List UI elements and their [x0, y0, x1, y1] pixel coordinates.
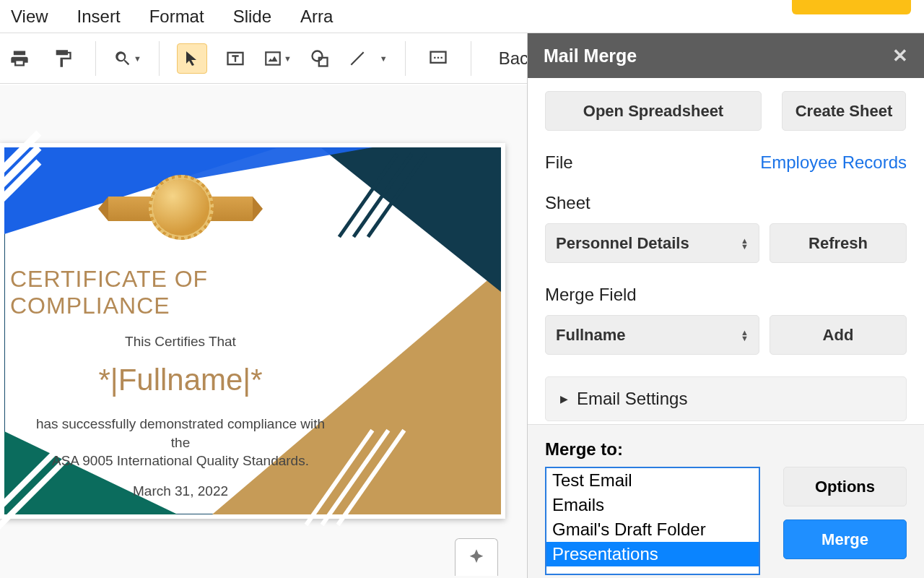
slide-canvas[interactable]: CERTIFICATE OF COMPLIANCE This Certifies… — [0, 85, 527, 578]
open-spreadsheet-button[interactable]: Open Spreadsheet — [545, 91, 762, 131]
paint-format-icon[interactable] — [48, 43, 78, 74]
decor-lines — [318, 165, 419, 251]
add-field-button[interactable]: Add — [770, 315, 907, 355]
menu-slide[interactable]: Slide — [233, 7, 271, 27]
image-tool-dropdown[interactable]: ▼ — [263, 49, 292, 68]
panel-header: Mail Merge ✕ — [528, 33, 924, 78]
list-item[interactable]: Test Email — [546, 468, 759, 493]
svg-rect-1 — [266, 52, 280, 64]
list-item[interactable]: Emails — [546, 493, 759, 517]
certificate-name-field: *|Fullname|* — [0, 363, 361, 397]
certificate-subtitle: This Certifies That — [0, 334, 361, 350]
comment-icon[interactable] — [423, 43, 453, 74]
menu-format[interactable]: Format — [149, 7, 204, 27]
menu-view[interactable]: View — [11, 7, 48, 27]
menubar: View Insert Format Slide Arra — [0, 0, 924, 33]
merge-to-label: Merge to: — [545, 439, 907, 460]
refresh-button[interactable]: Refresh — [770, 223, 907, 263]
line-tool-dropdown[interactable]: ▼ — [348, 49, 388, 68]
file-label: File — [545, 152, 573, 173]
medal-badge — [108, 179, 253, 237]
svg-point-2 — [312, 51, 322, 61]
certificate-text: CERTIFICATE OF COMPLIANCE This Certifies… — [0, 244, 361, 499]
close-icon[interactable]: ✕ — [892, 45, 908, 67]
certificate-slide[interactable]: CERTIFICATE OF COMPLIANCE This Certifies… — [0, 143, 505, 519]
list-item[interactable]: Presentations — [546, 542, 759, 566]
slideshow-button[interactable] — [792, 0, 911, 14]
sheet-label: Sheet — [545, 193, 907, 213]
panel-title: Mail Merge — [544, 46, 637, 66]
certificate-date: March 31, 2022 — [0, 483, 361, 499]
spinner-icon: ▲▼ — [741, 238, 749, 249]
explore-button[interactable] — [455, 538, 498, 576]
spinner-icon: ▲▼ — [741, 329, 749, 341]
merge-button[interactable]: Merge — [783, 519, 907, 559]
menu-insert[interactable]: Insert — [77, 7, 121, 27]
options-button[interactable]: Options — [783, 467, 907, 506]
textbox-tool-icon[interactable] — [220, 43, 250, 74]
menu-arrange[interactable]: Arra — [300, 7, 333, 27]
merge-field-select[interactable]: Fullname ▲▼ — [545, 315, 759, 355]
merge-to-listbox[interactable]: Test Email Emails Gmail's Draft Folder P… — [545, 467, 760, 575]
file-link[interactable]: Employee Records — [760, 152, 907, 173]
mail-merge-panel: Mail Merge ✕ Open Spreadsheet Create She… — [527, 33, 924, 578]
select-tool-icon[interactable] — [177, 43, 207, 74]
certificate-body: has successfully demonstrated compliance… — [0, 415, 361, 470]
print-icon[interactable] — [4, 43, 35, 74]
shape-tool-icon[interactable] — [305, 43, 335, 74]
chevron-right-icon: ▶ — [560, 393, 568, 405]
certificate-title: CERTIFICATE OF COMPLIANCE — [10, 266, 361, 319]
list-item[interactable]: Gmail's Draft Folder — [546, 517, 759, 542]
svg-rect-3 — [319, 57, 328, 66]
sheet-select[interactable]: Personnel Details ▲▼ — [545, 223, 759, 263]
create-sheet-button[interactable]: Create Sheet — [782, 91, 906, 131]
merge-field-label: Merge Field — [545, 285, 907, 305]
zoom-dropdown[interactable]: ▼ — [113, 49, 141, 68]
decor-lines — [0, 136, 79, 223]
email-settings-accordion[interactable]: ▶ Email Settings — [545, 376, 907, 421]
